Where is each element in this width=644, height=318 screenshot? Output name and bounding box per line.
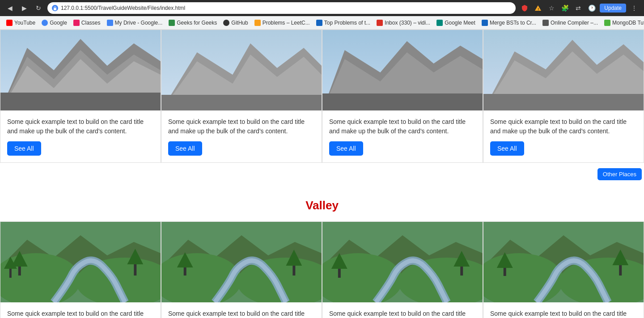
svg-text:!: ! <box>538 8 539 11</box>
bookmark-label: Merge BSTs to Cr... <box>490 20 536 26</box>
menu-icon[interactable]: ⋮ <box>629 3 640 13</box>
valley-card-body-1: Some quick example text to build on the … <box>0 302 161 318</box>
mountain-card-4: Some quick example text to build on the … <box>483 30 644 163</box>
github-icon <box>223 20 229 26</box>
back-button[interactable]: ◀ <box>4 3 15 13</box>
update-button[interactable]: Update <box>600 4 626 13</box>
merge-icon <box>482 20 488 26</box>
mountain-image-3 <box>322 30 483 110</box>
mountains-section-footer: Other Places <box>0 165 644 183</box>
see-all-button-4[interactable]: See All <box>490 141 524 156</box>
drive-icon <box>107 20 113 26</box>
bookmark-mongodb[interactable]: MongoDB Tutorial–... <box>602 18 644 27</box>
valley-image-4 <box>483 222 644 302</box>
valley-card-text-1: Some quick example text to build on the … <box>7 309 154 318</box>
valley-card-text-4: Some quick example text to build on the … <box>490 309 637 318</box>
bookmark-label: Inbox (330) – vidi... <box>385 20 430 26</box>
other-places-button-mountains[interactable]: Other Places <box>597 168 642 180</box>
shield-icon <box>519 3 530 13</box>
bookmark-star-icon[interactable]: ☆ <box>546 3 557 13</box>
forward-button[interactable]: ▶ <box>19 3 30 13</box>
valley-card-1: Some quick example text to build on the … <box>0 221 161 318</box>
mountain-card-2: Some quick example text to build on the … <box>161 30 322 163</box>
valley-card-4: Some quick example text to build on the … <box>483 221 644 318</box>
valley-card-text-2: Some quick example text to build on the … <box>168 309 315 318</box>
bookmark-label: Classes <box>81 20 101 26</box>
bookmark-leetcode[interactable]: Problems – LeetC... <box>252 18 313 27</box>
bookmark-label: Geeks for Geeks <box>177 20 217 26</box>
extensions-icon[interactable]: 🧩 <box>559 3 570 13</box>
valley-section: Valley <box>0 192 644 318</box>
bookmark-label: GitHub <box>231 20 248 26</box>
bookmark-drive[interactable]: My Drive - Google... <box>104 18 165 27</box>
mountain-image-1 <box>0 30 161 110</box>
bookmark-github[interactable]: GitHub <box>220 18 250 27</box>
svg-rect-10 <box>161 95 322 110</box>
bookmark-label: Problems – LeetC... <box>263 20 310 26</box>
bookmark-top-problems[interactable]: Top Problems of t... <box>314 18 373 27</box>
bookmark-label: YouTube <box>14 20 35 26</box>
valley-card-body-2: Some quick example text to build on the … <box>161 302 322 318</box>
bookmark-label: MongoDB Tutorial–... <box>612 20 644 26</box>
youtube-icon <box>6 20 13 26</box>
mongodb-icon <box>604 20 610 26</box>
classes-icon <box>73 20 80 26</box>
mountains-section: Some quick example text to build on the … <box>0 30 644 192</box>
bookmark-compiler[interactable]: Online Compiler –... <box>540 18 601 27</box>
browser-window: ◀ ▶ ↻ 127.0.0.1:5500/TravelGuideWebsite/… <box>0 0 644 318</box>
security-icon <box>52 5 58 11</box>
compiler-icon <box>542 20 549 26</box>
bookmark-youtube[interactable]: YouTube <box>4 18 38 27</box>
svg-rect-6 <box>0 93 161 110</box>
mountain-card-1: Some quick example text to build on the … <box>0 30 161 163</box>
valley-title: Valley <box>0 196 644 215</box>
valley-card-body-3: Some quick example text to build on the … <box>322 302 483 318</box>
card-body-2: Some quick example text to build on the … <box>161 110 322 162</box>
valley-image-2 <box>161 222 322 302</box>
sync-icon[interactable]: ⇄ <box>573 3 584 13</box>
leetcode-icon <box>254 20 261 26</box>
bookmarks-bar: YouTube Google Classes My Drive - Google… <box>0 16 644 30</box>
valley-image-1 <box>0 222 161 302</box>
page-content: Some quick example text to build on the … <box>0 30 644 318</box>
valley-image-3 <box>322 222 483 302</box>
google-icon <box>42 20 48 26</box>
inbox-icon <box>377 20 383 26</box>
reload-button[interactable]: ↻ <box>33 3 44 13</box>
bookmark-merge[interactable]: Merge BSTs to Cr... <box>479 18 539 27</box>
card-body-1: Some quick example text to build on the … <box>0 110 161 162</box>
history-icon[interactable]: 🕐 <box>586 3 597 13</box>
see-all-button-3[interactable]: See All <box>329 141 363 156</box>
valley-card-body-4: Some quick example text to build on the … <box>483 302 644 318</box>
address-bar[interactable]: 127.0.0.1:5500/TravelGuideWebsite/Files/… <box>47 2 516 14</box>
bookmark-label: Google <box>50 20 67 26</box>
see-all-button-1[interactable]: See All <box>7 141 41 156</box>
valley-card-text-3: Some quick example text to build on the … <box>329 309 476 318</box>
bookmark-gfg[interactable]: Geeks for Geeks <box>166 18 220 27</box>
valley-card-3: Some quick example text to build on the … <box>322 221 483 318</box>
bookmark-meet[interactable]: Google Meet <box>434 18 478 27</box>
meet-icon <box>436 20 443 26</box>
see-all-button-2[interactable]: See All <box>168 141 202 156</box>
bookmark-label: Top Problems of t... <box>324 20 370 26</box>
svg-rect-14 <box>322 93 483 110</box>
bookmark-google[interactable]: Google <box>39 18 70 27</box>
card-text-4: Some quick example text to build on the … <box>490 117 637 136</box>
valley-cards-grid: Some quick example text to build on the … <box>0 221 644 318</box>
card-body-3: Some quick example text to build on the … <box>322 110 483 162</box>
mountain-image-2 <box>161 30 322 110</box>
bookmark-label: Google Meet <box>445 20 475 26</box>
mountain-card-3: Some quick example text to build on the … <box>322 30 483 163</box>
browser-actions: ! ☆ 🧩 ⇄ 🕐 Update ⋮ <box>519 3 640 13</box>
card-text-1: Some quick example text to build on the … <box>7 117 154 136</box>
svg-rect-0 <box>54 8 56 10</box>
bookmark-inbox[interactable]: Inbox (330) – vidi... <box>374 18 433 27</box>
bookmark-label: My Drive - Google... <box>115 20 163 26</box>
svg-rect-18 <box>483 94 644 110</box>
card-body-4: Some quick example text to build on the … <box>483 110 644 162</box>
card-text-3: Some quick example text to build on the … <box>329 117 476 136</box>
top-problems-icon <box>316 20 322 26</box>
mountains-cards-grid: Some quick example text to build on the … <box>0 30 644 163</box>
mountain-image-4 <box>483 30 644 110</box>
bookmark-classes[interactable]: Classes <box>71 18 103 27</box>
